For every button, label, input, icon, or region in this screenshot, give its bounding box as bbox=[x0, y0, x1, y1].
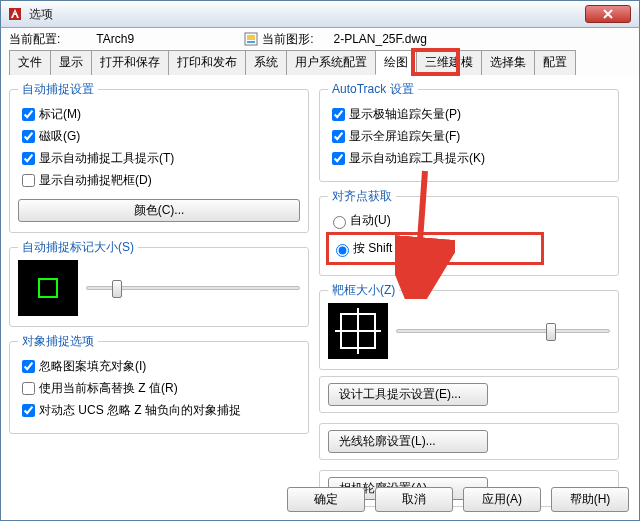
help-button[interactable]: 帮助(H) bbox=[551, 487, 629, 512]
tab-plot[interactable]: 打印和发布 bbox=[168, 50, 246, 75]
ok-button[interactable]: 确定 bbox=[287, 487, 365, 512]
radio-shift[interactable]: 按 Shift 键获取(Q) bbox=[331, 240, 541, 257]
align-acquire-group: 对齐点获取 自动(U) 按 Shift 键获取(Q) bbox=[319, 188, 619, 276]
svg-rect-1 bbox=[247, 35, 255, 40]
chk-ignore-z-negative[interactable]: 对动态 UCS 忽略 Z 轴负向的对象捕捉 bbox=[18, 401, 300, 420]
autosnap-group: 自动捕捉设置 标记(M) 磁吸(G) 显示自动捕捉工具提示(T) 显示自动捕捉靶… bbox=[9, 81, 309, 233]
profile-row: 当前配置: TArch9 当前图形: 2-PLAN_25F.dwg bbox=[0, 28, 640, 50]
align-acquire-legend: 对齐点获取 bbox=[328, 188, 396, 205]
chk-autotrack-tooltip[interactable]: 显示自动追踪工具提示(K) bbox=[328, 149, 610, 168]
tab-drafting[interactable]: 绘图 bbox=[375, 50, 417, 75]
cancel-button[interactable]: 取消 bbox=[375, 487, 453, 512]
chk-full-track[interactable]: 显示全屏追踪矢量(F) bbox=[328, 127, 610, 146]
aperture-size-slider[interactable] bbox=[396, 319, 610, 343]
titlebar: 选项 bbox=[0, 0, 640, 28]
close-icon bbox=[602, 9, 614, 19]
light-glyph-group: 光线轮廓设置(L)... bbox=[319, 423, 619, 460]
radio-auto[interactable]: 自动(U) bbox=[328, 212, 610, 229]
tab-file[interactable]: 文件 bbox=[9, 50, 51, 75]
marker-preview bbox=[18, 260, 78, 316]
chk-magnet[interactable]: 磁吸(G) bbox=[18, 127, 300, 146]
chk-polar-track[interactable]: 显示极轴追踪矢量(P) bbox=[328, 105, 610, 124]
annotation-shift-highlight: 按 Shift 键获取(Q) bbox=[326, 232, 544, 265]
osnap-options-group: 对象捕捉选项 忽略图案填充对象(I) 使用当前标高替换 Z 值(R) 对动态 U… bbox=[9, 333, 309, 434]
chk-snap-tooltip[interactable]: 显示自动捕捉工具提示(T) bbox=[18, 149, 300, 168]
light-glyph-button[interactable]: 光线轮廓设置(L)... bbox=[328, 430, 488, 453]
apply-button[interactable]: 应用(A) bbox=[463, 487, 541, 512]
tab-content: 自动捕捉设置 标记(M) 磁吸(G) 显示自动捕捉工具提示(T) 显示自动捕捉靶… bbox=[0, 75, 640, 521]
tab-selection[interactable]: 选择集 bbox=[481, 50, 535, 75]
tab-system[interactable]: 系统 bbox=[245, 50, 287, 75]
current-profile-value: TArch9 bbox=[96, 32, 134, 46]
autotrack-legend: AutoTrack 设置 bbox=[328, 81, 418, 98]
autosnap-legend: 自动捕捉设置 bbox=[18, 81, 98, 98]
current-profile-label: 当前配置: bbox=[9, 31, 60, 48]
autotrack-group: AutoTrack 设置 显示极轴追踪矢量(P) 显示全屏追踪矢量(F) 显示自… bbox=[319, 81, 619, 182]
aperture-preview bbox=[328, 303, 388, 359]
chk-marker[interactable]: 标记(M) bbox=[18, 105, 300, 124]
chk-replace-z[interactable]: 使用当前标高替换 Z 值(R) bbox=[18, 379, 300, 398]
marker-size-slider[interactable] bbox=[86, 276, 300, 300]
colors-button[interactable]: 颜色(C)... bbox=[18, 199, 300, 222]
chk-aperture-box[interactable]: 显示自动捕捉靶框(D) bbox=[18, 171, 300, 190]
marker-size-legend: 自动捕捉标记大小(S) bbox=[18, 239, 138, 256]
current-drawing-value: 2-PLAN_25F.dwg bbox=[333, 32, 426, 46]
dwg-icon bbox=[244, 32, 258, 46]
chk-ignore-hatch[interactable]: 忽略图案填充对象(I) bbox=[18, 357, 300, 376]
marker-size-group: 自动捕捉标记大小(S) bbox=[9, 239, 309, 327]
tab-3dmodel[interactable]: 三维建模 bbox=[416, 50, 482, 75]
window-title: 选项 bbox=[29, 6, 53, 23]
svg-rect-2 bbox=[247, 41, 255, 43]
svg-rect-3 bbox=[39, 279, 57, 297]
design-tooltip-group: 设计工具提示设置(E)... bbox=[319, 376, 619, 413]
tab-strip: 文件 显示 打开和保存 打印和发布 系统 用户系统配置 绘图 三维建模 选择集 … bbox=[0, 50, 640, 75]
design-tooltip-button[interactable]: 设计工具提示设置(E)... bbox=[328, 383, 488, 406]
aperture-size-legend: 靶框大小(Z) bbox=[328, 282, 399, 299]
aperture-size-group: 靶框大小(Z) bbox=[319, 282, 619, 370]
osnap-options-legend: 对象捕捉选项 bbox=[18, 333, 98, 350]
tab-profiles[interactable]: 配置 bbox=[534, 50, 576, 75]
app-icon bbox=[7, 6, 23, 22]
dialog-buttons: 确定 取消 应用(A) 帮助(H) bbox=[287, 487, 629, 512]
tab-userconfig[interactable]: 用户系统配置 bbox=[286, 50, 376, 75]
marker-preview-icon bbox=[33, 273, 63, 303]
close-button[interactable] bbox=[585, 5, 631, 23]
current-drawing-label: 当前图形: bbox=[244, 31, 313, 48]
aperture-preview-icon bbox=[335, 308, 381, 354]
tab-display[interactable]: 显示 bbox=[50, 50, 92, 75]
tab-opensave[interactable]: 打开和保存 bbox=[91, 50, 169, 75]
